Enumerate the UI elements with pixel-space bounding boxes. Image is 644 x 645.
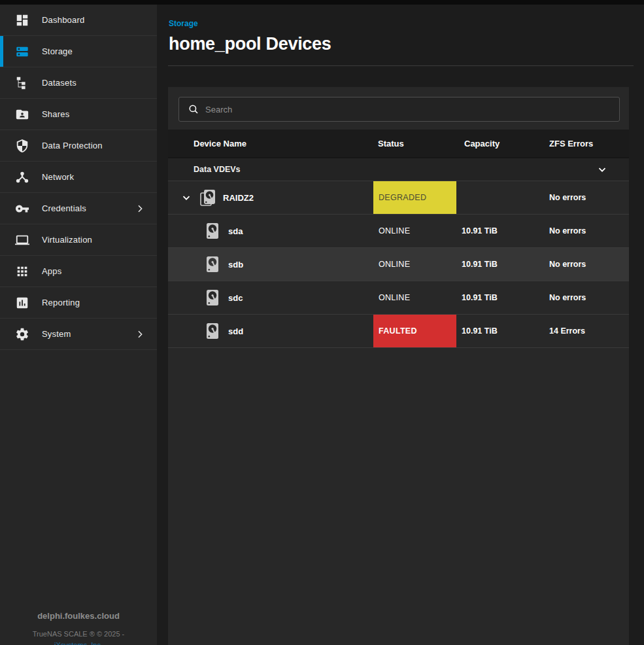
company-link[interactable]: iXsystems, Inc. — [0, 641, 157, 645]
apps-grid-icon — [14, 264, 30, 279]
datasets-icon — [14, 75, 30, 91]
harddisk-icon — [205, 255, 222, 273]
chevron-right-icon — [135, 203, 145, 214]
sidebar-item-system[interactable]: System — [0, 319, 157, 350]
column-header-zfs-errors: ZFS Errors — [543, 139, 629, 148]
sidebar-item-label: Shares — [42, 109, 69, 119]
column-header-device-name: Device Name — [168, 139, 373, 148]
sidebar-item-label: Credentials — [42, 203, 86, 213]
table-row-raidz2[interactable]: RAIDZ2 DEGRADED No errors — [168, 181, 629, 215]
capacity-value: 10.91 TiB — [456, 281, 543, 314]
sidebar-item-credentials[interactable]: Credentials — [0, 193, 157, 224]
zfs-errors-value: No errors — [543, 215, 629, 247]
harddisk-icon — [205, 288, 222, 307]
gear-icon — [14, 326, 30, 342]
capacity-value: 10.91 TiB — [456, 315, 543, 347]
sidebar-item-label: Virtualization — [42, 235, 92, 245]
table-row-sda[interactable]: sda ONLINE 10.91 TiB No errors — [168, 215, 629, 248]
laptop-icon — [14, 232, 30, 248]
page-header: Storage home_pool Devices — [157, 5, 644, 54]
zfs-errors-value: No errors — [543, 181, 629, 214]
status-badge: DEGRADED — [373, 181, 456, 214]
device-name: sdc — [228, 293, 243, 303]
column-header-status: Status — [373, 139, 456, 148]
search-input[interactable] — [205, 105, 619, 114]
sidebar-item-data-protection[interactable]: Data Protection — [0, 130, 157, 162]
table-row-sdd[interactable]: sdd FAULTED 10.91 TiB 14 Errors — [168, 315, 629, 348]
chart-box-icon — [14, 295, 30, 311]
sidebar-item-label: Datasets — [42, 78, 76, 88]
page-title: home_pool Devices — [169, 34, 644, 54]
sidebar-item-label: Data Protection — [42, 141, 103, 150]
harddisk-icon — [205, 222, 222, 240]
hostname: delphi.foulkes.cloud — [0, 611, 157, 621]
sidebar-item-network[interactable]: Network — [0, 162, 157, 193]
device-name: RAIDZ2 — [223, 193, 254, 203]
sidebar-item-reporting[interactable]: Reporting — [0, 287, 157, 319]
zfs-errors-value: 14 Errors — [543, 315, 629, 347]
top-strip — [0, 0, 644, 5]
sidebar-item-label: Reporting — [42, 298, 80, 307]
status-badge: FAULTED — [373, 315, 456, 347]
chevron-down-icon[interactable] — [596, 164, 608, 175]
sidebar-footer: delphi.foulkes.cloud TrueNAS SCALE ® © 2… — [0, 611, 157, 645]
sidebar-item-label: Apps — [42, 266, 61, 276]
storage-icon — [14, 44, 30, 60]
status-value: ONLINE — [373, 215, 456, 247]
sidebar-item-dashboard[interactable]: Dashboard — [0, 5, 157, 36]
copyright-text: TrueNAS SCALE ® © 2025 - — [0, 630, 157, 638]
search-area — [168, 87, 629, 130]
sidebar-item-label: Storage — [42, 46, 73, 56]
breadcrumb[interactable]: Storage — [169, 19, 644, 28]
status-value: ONLINE — [373, 248, 456, 281]
stacked-disks-icon — [199, 188, 216, 207]
table-header-row: Device Name Status Capacity ZFS Errors — [168, 130, 629, 157]
sidebar-item-virtualization[interactable]: Virtualization — [0, 224, 157, 256]
sidebar-item-label: Network — [42, 172, 74, 182]
zfs-errors-value: No errors — [543, 248, 629, 281]
sidebar-item-label: System — [42, 329, 71, 339]
device-name: sda — [228, 226, 243, 236]
group-label: Data VDEVs — [168, 165, 241, 174]
devices-card: Device Name Status Capacity ZFS Errors D… — [168, 87, 629, 645]
main-content: Storage home_pool Devices Device Name St… — [157, 5, 644, 645]
capacity-value: 10.91 TiB — [456, 248, 543, 281]
dashboard-icon — [14, 12, 30, 28]
status-value: ONLINE — [373, 281, 456, 314]
harddisk-icon — [205, 322, 222, 340]
group-row-data-vdevs[interactable]: Data VDEVs — [168, 157, 629, 181]
device-name: sdd — [228, 326, 243, 336]
table-row-sdb[interactable]: sdb ONLINE 10.91 TiB No errors — [168, 248, 629, 281]
sidebar-item-datasets[interactable]: Datasets — [0, 67, 157, 99]
data-protection-icon — [14, 138, 30, 154]
sidebar-item-storage[interactable]: Storage — [0, 36, 157, 67]
search-box[interactable] — [178, 97, 620, 122]
network-icon — [14, 169, 30, 185]
shares-icon — [14, 107, 30, 122]
header-divider — [168, 65, 634, 66]
search-icon — [188, 103, 199, 115]
chevron-right-icon — [135, 329, 145, 340]
column-header-capacity: Capacity — [456, 139, 543, 148]
sidebar-item-apps[interactable]: Apps — [0, 256, 157, 287]
capacity-value: 10.91 TiB — [456, 215, 543, 247]
sidebar-item-label: Dashboard — [42, 15, 84, 25]
chevron-down-icon[interactable] — [180, 192, 192, 203]
sidebar: Dashboard Storage Datasets Shares Data P… — [0, 5, 157, 645]
table-row-sdc[interactable]: sdc ONLINE 10.91 TiB No errors — [168, 281, 629, 315]
sidebar-item-shares[interactable]: Shares — [0, 99, 157, 130]
key-icon — [14, 201, 30, 217]
zfs-errors-value: No errors — [543, 281, 629, 314]
capacity-value — [456, 181, 543, 214]
device-name: sdb — [228, 260, 243, 270]
